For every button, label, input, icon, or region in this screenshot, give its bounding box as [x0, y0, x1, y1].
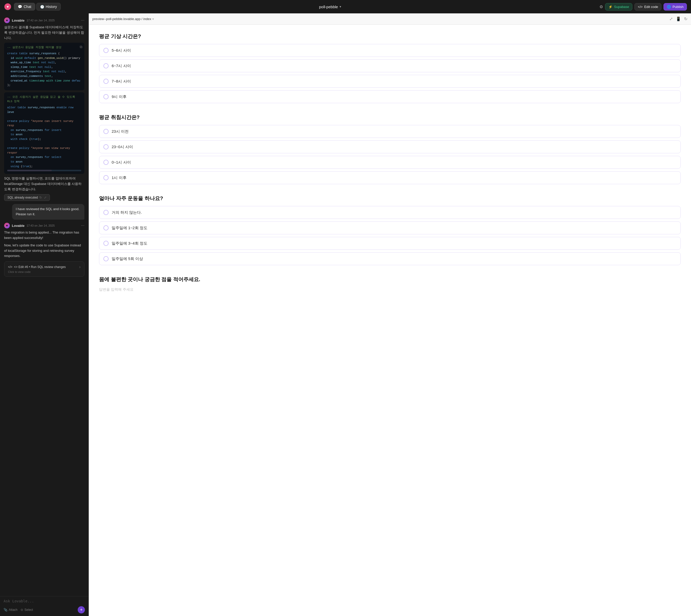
- tab-chat[interactable]: 💬 Chat: [14, 3, 35, 10]
- message-2: I have reviewed the SQL and it looks goo…: [4, 204, 84, 220]
- msg-text-3b: Now, let's update the code to use Supaba…: [4, 243, 84, 259]
- send-button[interactable]: +: [78, 606, 85, 613]
- radio-exercise-1: [103, 225, 109, 230]
- option-wake-2[interactable]: 7~8시 사이: [99, 75, 681, 88]
- top-header: ♥ 💬 Chat 🕐 History poll-pebble ▾ ⚙ ⚡ Sup…: [0, 0, 691, 14]
- section-title-comments: 몸에 불편한 곳이나 궁금한 점을 적어주세요.: [99, 276, 681, 283]
- option-wake-3-label: 9시 이후: [112, 94, 127, 99]
- option-sleep-3[interactable]: 1시 이후: [99, 171, 681, 184]
- sql-badge[interactable]: SQL already executed ↻ ⤢: [4, 194, 50, 201]
- option-exercise-2[interactable]: 일주일에 3~4회 정도: [99, 237, 681, 250]
- section-title-wake: 평균 기상 시간은?: [99, 33, 681, 40]
- chat-input-area: 📎 Attach ⊙ Select +: [0, 596, 88, 616]
- user-msg-text: I have reviewed the SQL and it looks goo…: [16, 207, 79, 216]
- msg-author-3: Lovable: [12, 224, 24, 228]
- project-name: poll-pebble: [319, 5, 338, 9]
- publish-globe-icon: 🌐: [667, 5, 671, 9]
- msg-more-icon-3[interactable]: ···: [81, 223, 84, 228]
- chat-tab-icon: 💬: [18, 5, 22, 9]
- option-wake-0[interactable]: 5~6시 사이: [99, 44, 681, 57]
- option-wake-3[interactable]: 9시 이후: [99, 90, 681, 103]
- chat-tab-label: Chat: [24, 5, 31, 9]
- refresh-icon[interactable]: ↻: [39, 196, 42, 199]
- options-wake-time: 5~6시 사이 6~7시 사이 7~8시 사이 9시 이후: [99, 44, 681, 103]
- edit-card-title: </> <> Edit #6 • Run SQL review changes: [8, 265, 66, 269]
- attach-button[interactable]: 📎 Attach: [4, 608, 18, 612]
- avatar-lovable-1: ♥: [4, 18, 10, 23]
- chevron-down-icon[interactable]: ▾: [340, 5, 341, 8]
- option-sleep-2[interactable]: 0~1시 사이: [99, 156, 681, 169]
- right-panel: preview--poll-pebble.lovable.app / index…: [89, 14, 691, 616]
- attach-label: Attach: [9, 608, 18, 612]
- options-sleep-time: 23시 이전 23~0시 사이 0~1시 사이 1시 이후: [99, 125, 681, 184]
- option-wake-1[interactable]: 6~7시 사이: [99, 60, 681, 72]
- edit-card-chevron[interactable]: ›: [79, 265, 81, 269]
- external-link-icon[interactable]: ⤢: [44, 196, 47, 199]
- comments-placeholder: 답변을 입력해 주세요: [99, 287, 133, 291]
- chat-area: ♥ Lovable 17:42 on Jan 14, 2025 ··· 설문조사…: [0, 14, 88, 596]
- mobile-view-icon[interactable]: 📱: [676, 17, 681, 21]
- publish-button[interactable]: 🌐 Publish: [664, 3, 687, 10]
- radio-sleep-1: [103, 144, 109, 150]
- msg-more-icon-1[interactable]: ···: [81, 18, 84, 23]
- option-sleep-0[interactable]: 23시 이전: [99, 125, 681, 138]
- radio-exercise-3: [103, 256, 109, 261]
- option-exercise-3-label: 일주일에 5회 이상: [112, 257, 143, 261]
- code-block-1: ⧉ -- 설문조사 응답을 저장할 테이블 생성 create table su…: [4, 43, 84, 90]
- history-tab-label: History: [46, 5, 57, 9]
- code-comment-1: -- 설문조사 응답을 저장할 테이블 생성: [7, 46, 62, 49]
- header-right: ⚙ ⚡ Supabase </> Edit code 🌐 Publish: [599, 3, 687, 10]
- publish-label: Publish: [672, 5, 684, 9]
- chat-input[interactable]: [4, 599, 85, 603]
- msg-text-2: SQL 명령어를 실행하시면, 코드를 업데이트하여 localStorage …: [4, 176, 84, 192]
- message-3: ♥ Lovable 17:43 on Jan 14, 2025 ··· The …: [4, 223, 84, 277]
- edit-card[interactable]: </> <> Edit #6 • Run SQL review changes …: [4, 261, 84, 277]
- option-exercise-1-label: 일주일에 1~2회 정도: [112, 225, 147, 230]
- option-sleep-1[interactable]: 23~0시 사이: [99, 140, 681, 153]
- edit-code-label: Edit code: [644, 5, 658, 9]
- select-label: Select: [24, 608, 33, 612]
- refresh-preview-icon[interactable]: ↻: [684, 17, 687, 21]
- radio-wake-3: [103, 94, 109, 99]
- header-center: poll-pebble ▾: [319, 5, 341, 9]
- option-exercise-1[interactable]: 일주일에 1~2회 정도: [99, 221, 681, 234]
- header-tabs: 💬 Chat 🕐 History: [14, 3, 61, 10]
- settings-icon[interactable]: ⚙: [599, 4, 603, 9]
- option-exercise-3[interactable]: 일주일에 5회 이상: [99, 252, 681, 265]
- option-wake-2-label: 7~8시 사이: [112, 79, 131, 84]
- option-sleep-2-label: 0~1시 사이: [112, 160, 131, 165]
- svg-text:♥: ♥: [7, 5, 9, 9]
- section-title-exercise: 얼마나 자주 운동을 하나요?: [99, 195, 681, 202]
- edit-icon: </>: [8, 265, 12, 269]
- radio-sleep-2: [103, 160, 109, 165]
- preview-actions: ⤢ 📱 ↻: [669, 17, 687, 21]
- logo-icon: ♥: [4, 3, 11, 10]
- option-sleep-0-label: 23시 이전: [112, 129, 129, 134]
- history-tab-icon: 🕐: [40, 5, 44, 9]
- external-link-preview-icon[interactable]: ⤢: [669, 17, 673, 21]
- radio-exercise-2: [103, 241, 109, 246]
- copy-icon-1[interactable]: ⧉: [80, 44, 82, 50]
- comments-input-area: 답변을 입력해 주세요: [99, 287, 681, 292]
- edit-card-sub[interactable]: Click to view code: [8, 270, 81, 273]
- msg-time-3: 17:43 on Jan 14, 2025: [26, 224, 55, 227]
- avatar-lovable-3: ♥: [4, 223, 10, 228]
- radio-sleep-3: [103, 175, 109, 180]
- header-left: ♥ 💬 Chat 🕐 History: [4, 3, 61, 10]
- tab-history[interactable]: 🕐 History: [36, 3, 61, 10]
- preview-url: preview--poll-pebble.lovable.app / index…: [92, 17, 154, 21]
- edit-code-button[interactable]: </> Edit code: [634, 3, 662, 10]
- select-button[interactable]: ⊙ Select: [21, 608, 33, 612]
- option-wake-0-label: 5~6시 사이: [112, 48, 131, 53]
- msg-text-1: 설문조사 결과를 Supabase 데이터베이스에 저장하도록 변경하겠습니다.…: [4, 25, 84, 41]
- option-exercise-0[interactable]: 거의 하지 않는다.: [99, 206, 681, 219]
- option-sleep-3-label: 1시 이후: [112, 175, 127, 180]
- radio-wake-0: [103, 48, 109, 53]
- options-exercise: 거의 하지 않는다. 일주일에 1~2회 정도 일주일에 3~4회 정도 일주일…: [99, 206, 681, 265]
- supabase-button[interactable]: ⚡ Supabase: [605, 3, 633, 10]
- message-1: ♥ Lovable 17:42 on Jan 14, 2025 ··· 설문조사…: [4, 18, 84, 201]
- user-bubble: I have reviewed the SQL and it looks goo…: [12, 204, 84, 220]
- radio-wake-2: [103, 79, 109, 84]
- edit-code-icon: </>: [638, 5, 643, 9]
- main-layout: ♥ Lovable 17:42 on Jan 14, 2025 ··· 설문조사…: [0, 14, 691, 616]
